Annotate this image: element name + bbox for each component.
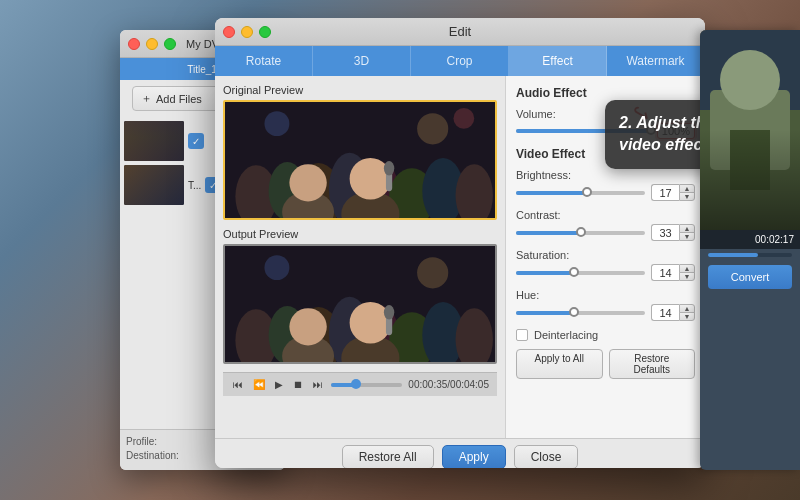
- saturation-slider[interactable]: [516, 271, 645, 275]
- svg-point-33: [417, 257, 448, 288]
- crowd-svg: [225, 102, 495, 218]
- contrast-label: Contrast:: [516, 209, 695, 221]
- tab-bar: Rotate 3D Crop Effect Watermark: [215, 46, 705, 76]
- preview-area: Original Preview: [215, 76, 505, 438]
- step-back-button[interactable]: ⏪: [251, 377, 267, 392]
- dialog-minimize-button[interactable]: [241, 26, 253, 38]
- brightness-slider[interactable]: [516, 191, 645, 195]
- saturation-down-button[interactable]: ▼: [679, 272, 695, 281]
- apply-button[interactable]: Apply: [442, 445, 506, 469]
- brightness-label: Brightness:: [516, 169, 695, 181]
- brightness-value: 17: [651, 184, 679, 201]
- tab-3d[interactable]: 3D: [313, 46, 411, 76]
- svg-rect-36: [700, 110, 800, 230]
- right-panel-time: 00:02:17: [700, 230, 800, 249]
- saturation-stepper: 14 ▲ ▼: [651, 264, 695, 281]
- svg-point-14: [384, 161, 394, 176]
- close-button[interactable]: [128, 38, 140, 50]
- brightness-stepper-group: ▲ ▼: [679, 184, 695, 201]
- brightness-down-button[interactable]: ▼: [679, 192, 695, 201]
- saturation-control: Saturation: 14 ▲ ▼: [516, 249, 695, 281]
- contrast-down-button[interactable]: ▼: [679, 232, 695, 241]
- thumb-scene: [124, 121, 184, 161]
- dialog-bottom: Restore All Apply Close: [215, 438, 705, 468]
- saturation-slider-row: 14 ▲ ▼: [516, 264, 695, 281]
- original-preview-label: Original Preview: [223, 84, 497, 96]
- deinterlacing-checkbox[interactable]: [516, 329, 528, 341]
- brightness-stepper: 17 ▲ ▼: [651, 184, 695, 201]
- hue-control: Hue: 14 ▲ ▼: [516, 289, 695, 321]
- restore-defaults-button[interactable]: Restore Defaults: [609, 349, 696, 379]
- contrast-slider[interactable]: [516, 231, 645, 235]
- svg-point-16: [264, 111, 289, 136]
- tab-crop[interactable]: Crop: [411, 46, 509, 76]
- apply-to-all-button[interactable]: Apply to All: [516, 349, 603, 379]
- output-preview-video: [223, 244, 497, 364]
- thumb-label: T...: [188, 180, 201, 191]
- convert-label: C: [731, 271, 739, 283]
- contrast-stepper: 33 ▲ ▼: [651, 224, 695, 241]
- contrast-value: 33: [651, 224, 679, 241]
- thumbnail-image: [124, 165, 184, 205]
- dialog-close-button[interactable]: [223, 26, 235, 38]
- thumbnail-image: [124, 121, 184, 161]
- saturation-label: Saturation:: [516, 249, 695, 261]
- hue-slider-row: 14 ▲ ▼: [516, 304, 695, 321]
- skip-forward-button[interactable]: ⏭: [311, 377, 325, 392]
- maximize-button[interactable]: [164, 38, 176, 50]
- add-icon: ＋: [141, 91, 152, 106]
- tab-effect[interactable]: Effect: [509, 46, 607, 76]
- saturation-stepper-group: ▲ ▼: [679, 264, 695, 281]
- hue-fill: [516, 311, 574, 315]
- svg-point-17: [453, 108, 474, 129]
- original-preview-video: [223, 100, 497, 220]
- svg-point-34: [264, 255, 289, 280]
- audio-effect-title: Audio Effect: [516, 86, 695, 100]
- progress-bar[interactable]: [331, 383, 402, 387]
- skip-back-button[interactable]: ⏮: [231, 377, 245, 392]
- dialog-titlebar: Edit: [215, 18, 705, 46]
- original-scene: [225, 102, 495, 218]
- svg-point-32: [384, 305, 394, 320]
- convert-label-rest: onvert: [739, 271, 770, 283]
- hue-label: Hue:: [516, 289, 695, 301]
- brightness-slider-row: 17 ▲ ▼: [516, 184, 695, 201]
- right-progress-bar: [708, 253, 792, 257]
- playback-controls: ⏮ ⏪ ▶ ⏹ ⏭ 00:00:35/00:04:05: [223, 372, 497, 396]
- svg-rect-39: [730, 130, 770, 190]
- dialog-traffic-lights: [223, 26, 271, 38]
- svg-point-38: [720, 50, 780, 110]
- right-progress-fill: [708, 253, 758, 257]
- stop-button[interactable]: ⏹: [291, 377, 305, 392]
- brightness-thumb: [582, 187, 592, 197]
- deinterlacing-label: Deinterlacing: [534, 329, 598, 341]
- hue-slider[interactable]: [516, 311, 645, 315]
- saturation-fill: [516, 271, 574, 275]
- hue-thumb: [569, 307, 579, 317]
- play-button[interactable]: ▶: [273, 377, 285, 392]
- svg-rect-37: [710, 90, 790, 170]
- saturation-value: 14: [651, 264, 679, 281]
- deinterlacing-row: Deinterlacing: [516, 329, 695, 341]
- output-scene-svg: [225, 246, 495, 362]
- close-button[interactable]: Close: [514, 445, 579, 469]
- callout-step: 2.: [619, 114, 632, 131]
- tab-rotate[interactable]: Rotate: [215, 46, 313, 76]
- svg-point-15: [417, 113, 448, 144]
- contrast-thumb: [576, 227, 586, 237]
- hue-stepper-group: ▲ ▼: [679, 304, 695, 321]
- tab-watermark[interactable]: Watermark: [607, 46, 705, 76]
- contrast-stepper-group: ▲ ▼: [679, 224, 695, 241]
- svg-point-28: [289, 308, 326, 345]
- minimize-button[interactable]: [146, 38, 158, 50]
- right-panel-image: [700, 30, 800, 230]
- dialog-zoom-button[interactable]: [259, 26, 271, 38]
- check-icon: ✓: [188, 133, 204, 149]
- restore-all-button[interactable]: Restore All: [342, 445, 434, 469]
- effect-action-buttons: Apply to All Restore Defaults: [516, 349, 695, 379]
- hue-down-button[interactable]: ▼: [679, 312, 695, 321]
- convert-button[interactable]: Convert: [708, 265, 792, 289]
- add-files-label: Add Files: [156, 93, 202, 105]
- hue-value: 14: [651, 304, 679, 321]
- edit-dialog: Edit Rotate 3D Crop Effect Watermark Ori…: [215, 18, 705, 468]
